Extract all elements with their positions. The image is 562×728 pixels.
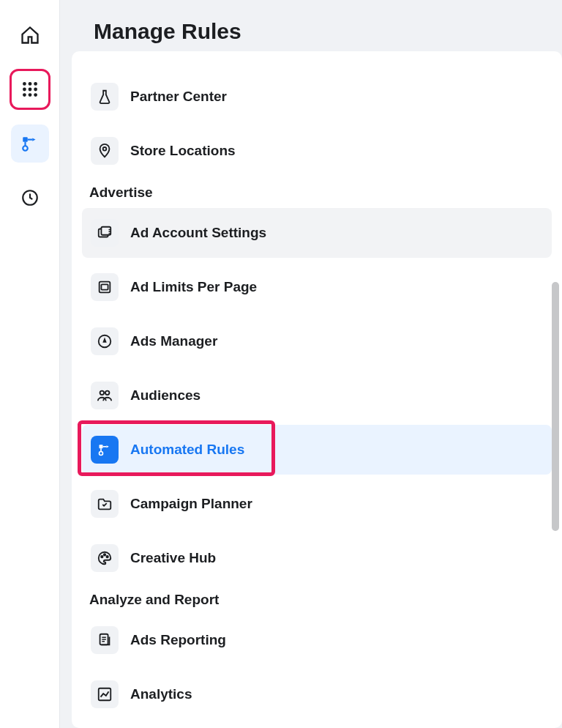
item-creative-hub[interactable]: Creative Hub <box>82 533 552 583</box>
pin-icon <box>91 137 119 165</box>
flow-icon <box>20 134 40 153</box>
svg-point-0 <box>23 82 26 86</box>
item-label: Automated Rules <box>130 442 244 458</box>
item-label: Analytics <box>130 686 192 702</box>
svg-point-18 <box>100 391 105 395</box>
svg-point-5 <box>34 88 37 92</box>
item-label: Ad Limits Per Page <box>130 279 257 295</box>
item-label: Ads Manager <box>130 333 217 349</box>
flow-icon <box>91 436 119 464</box>
item-label: Audiences <box>130 387 201 404</box>
item-ad-account-settings[interactable]: Ad Account Settings <box>82 208 552 258</box>
svg-point-19 <box>105 391 110 395</box>
svg-point-12 <box>103 147 107 151</box>
report-icon <box>91 626 119 654</box>
page-icon <box>91 273 119 301</box>
item-analytics[interactable]: Analytics <box>82 669 552 719</box>
section-advertise: Advertise <box>89 185 552 201</box>
palette-icon <box>91 544 119 572</box>
item-label: Partner Center <box>130 89 227 105</box>
item-label: Creative Hub <box>130 550 216 566</box>
item-ads-manager[interactable]: Ads Manager <box>82 316 552 366</box>
scrollbar[interactable] <box>552 282 559 531</box>
section-analyze: Analyze and Report <box>89 592 552 608</box>
grid-icon <box>20 80 40 99</box>
rail-home[interactable] <box>11 16 49 54</box>
rail-activity[interactable] <box>11 179 49 217</box>
svg-rect-16 <box>101 284 108 289</box>
svg-point-1 <box>28 82 31 86</box>
chart-icon <box>91 680 119 708</box>
clock-icon <box>20 188 40 207</box>
people-icon <box>91 382 119 409</box>
svg-rect-20 <box>100 445 103 448</box>
item-store-locations[interactable]: Store Locations <box>82 126 552 176</box>
item-audiences[interactable]: Audiences <box>82 371 552 420</box>
compass-icon <box>91 327 119 355</box>
svg-point-22 <box>101 556 102 557</box>
rail-apps[interactable] <box>11 70 49 108</box>
item-campaign-planner[interactable]: Campaign Planner <box>82 479 552 529</box>
svg-point-21 <box>100 452 103 456</box>
main: Manage Rules Partner Center Store Locati… <box>60 0 562 728</box>
svg-point-3 <box>23 88 26 92</box>
item-automated-rules[interactable]: Automated Rules <box>82 425 552 475</box>
svg-point-7 <box>28 93 31 97</box>
home-icon <box>20 25 40 45</box>
svg-point-24 <box>106 556 108 557</box>
item-ad-limits[interactable]: Ad Limits Per Page <box>82 262 552 312</box>
svg-point-8 <box>34 93 37 97</box>
svg-rect-9 <box>23 137 28 142</box>
svg-point-23 <box>104 554 105 555</box>
folder-check-icon <box>91 490 119 518</box>
item-partner-center[interactable]: Partner Center <box>82 72 552 122</box>
left-rail <box>0 0 60 728</box>
flask-icon <box>91 83 119 111</box>
svg-point-10 <box>23 146 28 151</box>
svg-point-2 <box>34 82 37 86</box>
tools-panel: Partner Center Store Locations Advertise… <box>72 51 562 728</box>
item-label: Ad Account Settings <box>130 225 266 241</box>
item-label: Campaign Planner <box>130 496 252 512</box>
page-title: Manage Rules <box>94 19 562 44</box>
card-icon <box>91 219 119 247</box>
svg-point-4 <box>28 88 31 92</box>
item-ads-reporting[interactable]: Ads Reporting <box>82 615 552 665</box>
item-label: Ads Reporting <box>130 632 226 648</box>
svg-point-6 <box>23 93 26 97</box>
rail-automated-rules[interactable] <box>11 125 49 163</box>
item-label: Store Locations <box>130 143 236 159</box>
